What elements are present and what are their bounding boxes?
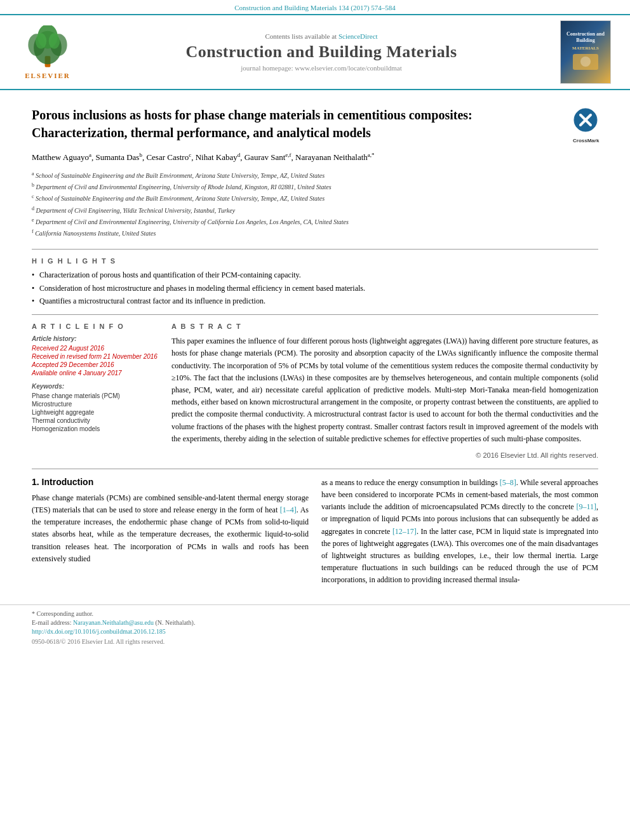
- ref-1-4: [1–4]: [280, 505, 297, 514]
- body-left-col: 1. Introduction Phase change materials (…: [32, 477, 309, 592]
- keyword-3: Lightweight aggregate: [32, 409, 159, 416]
- affil-c: c School of Sustainable Engineering and …: [32, 193, 598, 204]
- email-address: Narayanan.Neithalath@asu.edu: [73, 619, 154, 626]
- header-center: Contents lists available at ScienceDirec…: [83, 32, 560, 72]
- doi-link[interactable]: http://dx.doi.org/10.1016/j.conbuildmat.…: [32, 628, 166, 635]
- affil-a: a School of Sustainable Engineering and …: [32, 170, 598, 181]
- divider-1: [32, 249, 598, 250]
- highlight-item-2: Consideration of host microstructure and…: [32, 283, 598, 294]
- page: Construction and Building Materials 134 …: [0, 0, 630, 840]
- elsevier-brand-text: ELSEVIER: [25, 72, 70, 79]
- intro-paragraph-right: as a means to reduce the energy consumpt…: [321, 477, 598, 587]
- crossmark-label: CrossMark: [573, 137, 598, 144]
- affil-b: b Department of Civil and Environmental …: [32, 182, 598, 192]
- intro-paragraph-1: Phase change materials (PCMs) are combin…: [32, 492, 309, 565]
- elsevier-tree-icon: [25, 25, 70, 70]
- keyword-1: Phase change materials (PCM): [32, 392, 159, 399]
- highlight-item-1: Characterization of porous hosts and qua…: [32, 270, 598, 281]
- body-content: 1. Introduction Phase change materials (…: [32, 477, 598, 592]
- ref-12-17: [12–17]: [392, 527, 417, 536]
- journal-cover-title: Construction and Building: [563, 31, 608, 43]
- doi-line: http://dx.doi.org/10.1016/j.conbuildmat.…: [32, 628, 598, 635]
- svg-point-6: [49, 33, 60, 49]
- ref-5-8: [5–8]: [500, 478, 516, 487]
- header-section: ELSEVIER Contents lists available at Sci…: [0, 14, 630, 90]
- body-right-col: as a means to reduce the energy consumpt…: [321, 477, 598, 592]
- paper-title-section: Porous inclusions as hosts for phase cha…: [32, 106, 598, 142]
- abstract-text: This paper examines the influence of fou…: [171, 335, 598, 445]
- footer-section: * Corresponding author. E-mail address: …: [0, 604, 630, 645]
- journal-title-main: Construction and Building Materials: [95, 43, 547, 62]
- journal-homepage: journal homepage: www.elsevier.com/locat…: [95, 64, 547, 72]
- elsevier-logo: ELSEVIER: [13, 25, 83, 79]
- corresponding-note: * Corresponding author.: [32, 610, 598, 617]
- affiliations: a School of Sustainable Engineering and …: [32, 170, 598, 239]
- highlights-label: H I G H L I G H T S: [32, 257, 598, 265]
- crossmark-icon: [573, 107, 598, 133]
- highlights-section: H I G H L I G H T S Characterization of …: [32, 257, 598, 307]
- abstract-header: A B S T R A C T: [171, 323, 598, 330]
- keyword-4: Thermal conductivity: [32, 417, 159, 424]
- crossmark-badge: CrossMark: [573, 107, 598, 133]
- email-line: E-mail address: Narayanan.Neithalath@asu…: [32, 619, 598, 626]
- cover-decoration: [570, 51, 601, 73]
- sciencedirect-text: ScienceDirect: [338, 32, 378, 40]
- main-content: Porous inclusions as hosts for phase cha…: [0, 90, 630, 601]
- intro-section-title: 1. Introduction: [32, 477, 309, 487]
- journal-cover-image: Construction and Building MATERIALS: [560, 20, 611, 84]
- keyword-2: Microstructure: [32, 401, 159, 408]
- divider-2: [32, 314, 598, 315]
- journal-cover-materials: MATERIALS: [572, 46, 599, 51]
- keyword-5: Homogenization models: [32, 425, 159, 432]
- article-history-label: Article history:: [32, 335, 159, 342]
- affil-e: e Department of Civil and Environmental …: [32, 217, 598, 227]
- accepted-date: Accepted 29 December 2016: [32, 361, 159, 368]
- affil-f: f California Nanosystems Institute, Unit…: [32, 228, 598, 239]
- paper-title-text: Porous inclusions as hosts for phase cha…: [32, 106, 566, 142]
- received-date: Received 22 August 2016: [32, 345, 159, 352]
- journal-citation: Construction and Building Materials 134 …: [234, 4, 396, 11]
- sciencedirect-link: Contents lists available at ScienceDirec…: [95, 32, 547, 40]
- article-info-header: A R T I C L E I N F O: [32, 323, 159, 330]
- article-info-abstract: A R T I C L E I N F O Article history: R…: [32, 323, 598, 459]
- ref-9-11: [9–11]: [576, 502, 596, 511]
- copyright-line: © 2016 Elsevier Ltd. All rights reserved…: [171, 451, 598, 459]
- authors-line: Matthew Aguayoa, Sumanta Dasb, Cesar Cas…: [32, 151, 598, 164]
- highlight-item-3: Quantifies a microstructural contrast fa…: [32, 296, 598, 307]
- issn-line: 0950-0618/© 2016 Elsevier Ltd. All right…: [32, 638, 598, 645]
- divider-3: [32, 469, 598, 469]
- available-date: Available online 4 January 2017: [32, 370, 159, 377]
- revised-date: Received in revised form 21 November 201…: [32, 353, 159, 360]
- email-person: (N. Neithalath).: [155, 619, 195, 626]
- abstract-col: A B S T R A C T This paper examines the …: [171, 323, 598, 459]
- svg-point-5: [36, 33, 47, 49]
- keywords-label: Keywords:: [32, 383, 159, 390]
- affil-d: d Department of Civil Engineering, Yildi…: [32, 205, 598, 216]
- article-info-col: A R T I C L E I N F O Article history: R…: [32, 323, 159, 459]
- svg-point-8: [580, 57, 591, 67]
- journal-top-bar: Construction and Building Materials 134 …: [0, 0, 630, 14]
